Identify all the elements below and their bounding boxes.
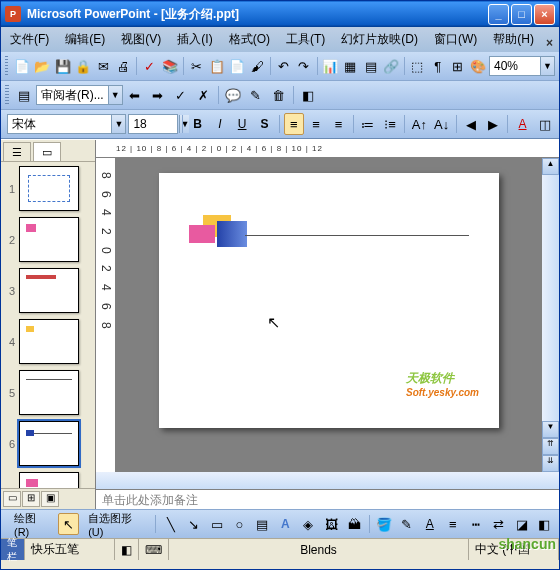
edit-comment-button[interactable]: ✎ [245, 84, 267, 106]
scroll-up-button[interactable]: ▲ [542, 158, 559, 175]
dash-style-button[interactable]: ┅ [465, 513, 486, 535]
slide-thumb-5[interactable] [19, 370, 79, 415]
reviewer-combo[interactable]: 审阅者(R)... ▼ [36, 85, 123, 105]
show-formatting-button[interactable]: ¶ [428, 55, 447, 77]
3d-style-button[interactable]: ◧ [534, 513, 555, 535]
slides-tab[interactable]: ▭ [33, 142, 61, 161]
end-review-button[interactable]: ◧ [297, 84, 319, 106]
spelling-button[interactable]: ✓ [140, 55, 159, 77]
redo-button[interactable]: ↷ [294, 55, 313, 77]
new-button[interactable]: 📄 [12, 55, 31, 77]
decrease-font-button[interactable]: A↓ [432, 113, 452, 135]
color-button[interactable]: 🎨 [469, 55, 488, 77]
thumbnail-list[interactable]: 1 2 3 4 5 6 7 8 [1, 162, 95, 488]
italic-button[interactable]: I [210, 113, 230, 135]
save-button[interactable]: 💾 [53, 55, 72, 77]
horizontal-line[interactable] [245, 235, 469, 236]
toolbar-grip[interactable] [5, 85, 9, 105]
undo-button[interactable]: ↶ [274, 55, 293, 77]
notes-pane[interactable]: 单击此处添加备注 [96, 489, 559, 509]
menu-slideshow[interactable]: 幻灯片放映(D) [338, 29, 421, 50]
permission-button[interactable]: 🔒 [73, 55, 92, 77]
horizontal-scrollbar[interactable] [96, 472, 559, 489]
blue-shape[interactable] [217, 221, 247, 247]
font-color-button[interactable]: A [512, 113, 532, 135]
align-right-button[interactable]: ≡ [328, 113, 348, 135]
table-button[interactable]: ▦ [341, 55, 360, 77]
clipart-button[interactable]: 🖼 [321, 513, 342, 535]
scroll-down-button[interactable]: ▼ [542, 421, 559, 438]
picture-button[interactable]: 🏔 [344, 513, 365, 535]
close-button[interactable]: × [534, 4, 555, 25]
menu-format[interactable]: 格式(O) [226, 29, 273, 50]
slide-thumb-3[interactable] [19, 268, 79, 313]
slide-thumb-1[interactable] [19, 166, 79, 211]
prev-slide-button[interactable]: ⇈ [542, 438, 559, 455]
slide-thumb-4[interactable] [19, 319, 79, 364]
bullets-button[interactable]: ⁝≡ [380, 113, 400, 135]
align-center-button[interactable]: ≡ [306, 113, 326, 135]
menu-view[interactable]: 视图(V) [118, 29, 164, 50]
copy-button[interactable]: 📋 [207, 55, 226, 77]
shadow-button[interactable]: S [254, 113, 274, 135]
maximize-button[interactable]: □ [511, 4, 532, 25]
line-color-button[interactable]: ✎ [396, 513, 417, 535]
oval-button[interactable]: ○ [229, 513, 250, 535]
next-slide-button[interactable]: ⇊ [542, 455, 559, 472]
sorter-view-button[interactable]: ⊞ [22, 491, 40, 507]
grid-button[interactable]: ⊞ [448, 55, 467, 77]
pink-shape[interactable] [189, 225, 215, 243]
unapply-button[interactable]: ✗ [193, 84, 215, 106]
slide-canvas[interactable]: ↖ 天极软件 Soft.yesky.com [116, 158, 542, 472]
line-button[interactable]: ╲ [160, 513, 181, 535]
font-combo[interactable]: 宋体 ▼ [7, 114, 126, 134]
hyperlink-button[interactable]: 🔗 [381, 55, 400, 77]
format-painter-button[interactable]: 🖌 [248, 55, 267, 77]
zoom-dropdown-arrow[interactable]: ▼ [540, 57, 554, 75]
rectangle-button[interactable]: ▭ [206, 513, 227, 535]
insert-comment-button[interactable]: 💬 [222, 84, 244, 106]
vertical-scrollbar[interactable]: ▲ ▼ ⇈ ⇊ [542, 158, 559, 472]
doc-close-button[interactable]: × [546, 36, 553, 50]
shadow-style-button[interactable]: ◪ [511, 513, 532, 535]
slide-thumb-6[interactable] [19, 421, 79, 466]
select-objects-button[interactable]: ↖ [58, 513, 79, 535]
zoom-combo[interactable]: 40% ▼ [489, 56, 555, 76]
slide-thumb-7[interactable] [19, 472, 79, 488]
horizontal-ruler[interactable]: 12 | 10 | 8 | 6 | 4 | 2 | 0 | 2 | 4 | 6 … [96, 140, 559, 158]
arrow-style-button[interactable]: ⇄ [488, 513, 509, 535]
menu-edit[interactable]: 编辑(E) [62, 29, 108, 50]
diagram-button[interactable]: ◈ [298, 513, 319, 535]
menu-window[interactable]: 窗口(W) [431, 29, 480, 50]
decrease-indent-button[interactable]: ◀ [461, 113, 481, 135]
apply-button[interactable]: ✓ [170, 84, 192, 106]
menu-tools[interactable]: 工具(T) [283, 29, 328, 50]
menu-insert[interactable]: 插入(I) [174, 29, 215, 50]
expand-all-button[interactable]: ⬚ [408, 55, 427, 77]
textbox-button[interactable]: ▤ [252, 513, 273, 535]
outline-tab[interactable]: ☰ [3, 142, 31, 161]
paste-button[interactable]: 📄 [227, 55, 246, 77]
menu-help[interactable]: 帮助(H) [490, 29, 537, 50]
print-button[interactable]: 🖨 [114, 55, 133, 77]
prev-comment-button[interactable]: ⬅ [124, 84, 146, 106]
tables-borders-button[interactable]: ▤ [361, 55, 380, 77]
next-comment-button[interactable]: ➡ [147, 84, 169, 106]
increase-indent-button[interactable]: ▶ [483, 113, 503, 135]
align-left-button[interactable]: ≡ [284, 113, 304, 135]
delete-comment-button[interactable]: 🗑 [268, 84, 290, 106]
menu-file[interactable]: 文件(F) [7, 29, 52, 50]
cut-button[interactable]: ✂ [187, 55, 206, 77]
open-button[interactable]: 📂 [33, 55, 52, 77]
bold-button[interactable]: B [187, 113, 207, 135]
ime-btn2[interactable]: ⌨ [139, 539, 169, 560]
autoshapes-menu[interactable]: 自选图形(U) [81, 513, 151, 535]
arrow-button[interactable]: ↘ [183, 513, 204, 535]
minimize-button[interactable]: _ [488, 4, 509, 25]
email-button[interactable]: ✉ [94, 55, 113, 77]
toolbar-grip[interactable] [5, 56, 8, 76]
show-markup-button[interactable]: ▤ [13, 84, 35, 106]
font-dropdown-arrow[interactable]: ▼ [111, 115, 125, 133]
current-slide[interactable]: ↖ 天极软件 Soft.yesky.com [159, 173, 499, 428]
research-button[interactable]: 📚 [161, 55, 180, 77]
